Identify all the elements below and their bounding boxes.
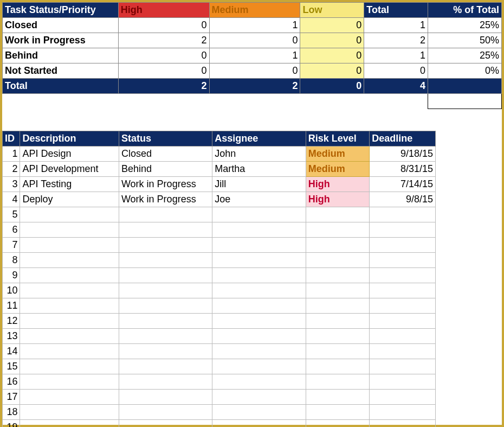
- task-assignee[interactable]: [212, 283, 306, 298]
- task-deadline[interactable]: [370, 359, 436, 374]
- task-risk[interactable]: [306, 359, 370, 374]
- task-description[interactable]: [20, 222, 119, 238]
- col-description[interactable]: Description: [20, 131, 119, 146]
- task-risk[interactable]: [306, 344, 370, 359]
- total-high[interactable]: 2: [118, 79, 209, 94]
- summary-cell-pct[interactable]: 25%: [428, 18, 502, 33]
- summary-cell-medium[interactable]: 0: [209, 63, 300, 79]
- total-medium[interactable]: 2: [209, 79, 300, 94]
- summary-cell-high[interactable]: 0: [118, 63, 209, 79]
- task-id[interactable]: 15: [3, 359, 20, 374]
- task-id[interactable]: 16: [3, 374, 20, 390]
- task-description[interactable]: [20, 298, 119, 314]
- task-assignee[interactable]: [212, 222, 306, 238]
- summary-cell-medium[interactable]: 0: [209, 33, 300, 48]
- task-deadline[interactable]: 9/18/15: [370, 146, 436, 162]
- task-status[interactable]: [119, 253, 212, 268]
- task-deadline[interactable]: [370, 329, 436, 344]
- task-assignee[interactable]: [212, 374, 306, 390]
- task-status[interactable]: [119, 344, 212, 359]
- task-deadline[interactable]: [370, 390, 436, 405]
- task-risk[interactable]: [306, 298, 370, 314]
- task-id[interactable]: 3: [3, 177, 20, 192]
- summary-cell-pct[interactable]: 0%: [428, 63, 502, 79]
- task-deadline[interactable]: [370, 420, 436, 428]
- task-risk[interactable]: [306, 314, 370, 329]
- summary-cell-total[interactable]: 1: [364, 18, 428, 33]
- task-assignee[interactable]: Martha: [212, 162, 306, 177]
- task-status[interactable]: [119, 390, 212, 405]
- task-id[interactable]: 18: [3, 405, 20, 420]
- summary-cell-low[interactable]: 0: [300, 63, 364, 79]
- task-status[interactable]: Work in Progress: [119, 177, 212, 192]
- summary-cell-medium[interactable]: 1: [209, 18, 300, 33]
- total-pct[interactable]: [428, 79, 502, 94]
- task-assignee[interactable]: [212, 207, 306, 222]
- summary-cell-high[interactable]: 2: [118, 33, 209, 48]
- task-deadline[interactable]: 7/14/15: [370, 177, 436, 192]
- task-status[interactable]: [119, 359, 212, 374]
- task-description[interactable]: [20, 420, 119, 428]
- task-id[interactable]: 5: [3, 207, 20, 222]
- task-status[interactable]: [119, 405, 212, 420]
- task-deadline[interactable]: [370, 314, 436, 329]
- task-assignee[interactable]: Jill: [212, 177, 306, 192]
- task-description[interactable]: [20, 405, 119, 420]
- task-status[interactable]: [119, 283, 212, 298]
- summary-cell-total[interactable]: 0: [364, 63, 428, 79]
- col-risk[interactable]: Risk Level: [306, 131, 370, 146]
- task-description[interactable]: [20, 314, 119, 329]
- task-id[interactable]: 2: [3, 162, 20, 177]
- task-id[interactable]: 12: [3, 314, 20, 329]
- task-deadline[interactable]: [370, 238, 436, 253]
- task-status[interactable]: [119, 314, 212, 329]
- task-deadline[interactable]: 8/31/15: [370, 162, 436, 177]
- task-status[interactable]: Closed: [119, 146, 212, 162]
- total-label[interactable]: Total: [3, 79, 119, 94]
- col-assignee[interactable]: Assignee: [212, 131, 306, 146]
- task-id[interactable]: 10: [3, 283, 20, 298]
- col-total[interactable]: Total: [364, 3, 428, 18]
- task-risk[interactable]: [306, 238, 370, 253]
- summary-cell-high[interactable]: 0: [118, 18, 209, 33]
- task-deadline[interactable]: [370, 268, 436, 283]
- task-deadline[interactable]: [370, 344, 436, 359]
- task-risk[interactable]: [306, 329, 370, 344]
- task-deadline[interactable]: [370, 374, 436, 390]
- task-risk[interactable]: [306, 268, 370, 283]
- task-description[interactable]: [20, 207, 119, 222]
- task-deadline[interactable]: [370, 253, 436, 268]
- task-id[interactable]: 4: [3, 192, 20, 207]
- col-status-priority[interactable]: Task Status/Priority: [3, 3, 119, 18]
- task-description[interactable]: [20, 253, 119, 268]
- total-low[interactable]: 0: [300, 79, 364, 94]
- task-assignee[interactable]: [212, 420, 306, 428]
- task-assignee[interactable]: [212, 390, 306, 405]
- task-status[interactable]: [119, 222, 212, 238]
- task-description[interactable]: API Design: [20, 146, 119, 162]
- task-status[interactable]: [119, 420, 212, 428]
- task-risk[interactable]: [306, 222, 370, 238]
- extra-cell[interactable]: [428, 94, 502, 109]
- task-id[interactable]: 9: [3, 268, 20, 283]
- col-id[interactable]: ID: [3, 131, 20, 146]
- task-risk[interactable]: [306, 405, 370, 420]
- col-pct[interactable]: % of Total: [428, 3, 502, 18]
- col-medium[interactable]: Medium: [209, 3, 300, 18]
- summary-cell-total[interactable]: 2: [364, 33, 428, 48]
- task-deadline[interactable]: [370, 283, 436, 298]
- task-description[interactable]: [20, 359, 119, 374]
- task-id[interactable]: 8: [3, 253, 20, 268]
- task-deadline[interactable]: [370, 298, 436, 314]
- col-status[interactable]: Status: [119, 131, 212, 146]
- col-deadline[interactable]: Deadline: [370, 131, 436, 146]
- task-assignee[interactable]: [212, 344, 306, 359]
- summary-cell-low[interactable]: 0: [300, 48, 364, 63]
- task-risk[interactable]: High: [306, 177, 370, 192]
- task-risk[interactable]: [306, 283, 370, 298]
- task-status[interactable]: [119, 207, 212, 222]
- task-id[interactable]: 6: [3, 222, 20, 238]
- task-description[interactable]: [20, 268, 119, 283]
- task-risk[interactable]: [306, 420, 370, 428]
- task-assignee[interactable]: Joe: [212, 192, 306, 207]
